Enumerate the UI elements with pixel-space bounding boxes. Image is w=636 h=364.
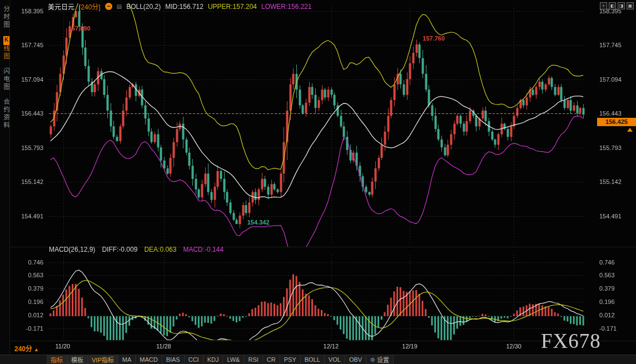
gear-icon: ⚙ [370, 357, 375, 363]
boll-mid-value: MID:156.712 [165, 3, 203, 11]
period-selector[interactable]: 240分▲ [14, 343, 39, 353]
add-panel-icon[interactable]: + [600, 2, 607, 9]
price-marker-icon [627, 128, 633, 132]
price-annotation: 157.760 [423, 35, 445, 42]
window-controls: +◧◨▣ [600, 2, 634, 9]
indicator-button-cci[interactable]: CCI [185, 355, 203, 364]
indicator-button-vol[interactable]: VOL [325, 355, 345, 364]
macd-header: MACD(26,12,9) DIFF:-0.009 DEA:0.063 MACD… [49, 246, 223, 253]
date-axis-label: 12/30 [506, 343, 521, 350]
price-annotation: 157.890 [68, 25, 91, 32]
macd-dea-value: DEA:0.063 [144, 246, 176, 253]
price-axis-label: 155.142 [599, 178, 622, 185]
price-axis-label: 156.443 [599, 110, 622, 117]
sidebar-item-contract-info[interactable]: 合约资料 [2, 98, 11, 129]
symbol-title: 美元日元 [48, 2, 74, 11]
trading-app-window: 分时图 K线图 闪电图 合约资料 美元日元 [240分] − ▤ BOLL(20… [0, 0, 636, 364]
price-axis-label: 155.142 [11, 178, 43, 185]
price-chart-canvas[interactable] [0, 0, 636, 364]
price-axis-label: 155.793 [11, 144, 43, 151]
date-axis-label: 11/20 [56, 343, 71, 350]
price-axis-label: 157.094 [599, 76, 622, 83]
indicator-button-rsi[interactable]: RSI [244, 355, 262, 364]
watermark: FX678 [541, 329, 601, 353]
macd-axis-label: 0.012 [599, 312, 615, 318]
macd-axis-label: 0.012 [11, 312, 43, 318]
indicator-icon: ▤ [117, 3, 122, 9]
price-axis-label: 157.745 [11, 42, 43, 48]
sidebar-item-kline-chart[interactable]: K线图 [2, 36, 11, 61]
layout-grid-icon[interactable]: ▣ [627, 2, 634, 9]
macd-axis-label: 0.196 [11, 298, 43, 305]
macd-diff-value: DIFF:-0.009 [102, 246, 137, 253]
indicator-button-bias[interactable]: BIAS [162, 355, 185, 364]
toolbar-tab-indicators[interactable]: 指标 [47, 355, 67, 364]
layout-right-icon[interactable]: ◨ [618, 2, 625, 9]
date-axis-label: 12/19 [402, 343, 418, 350]
indicator-button-boll[interactable]: BOLL [301, 355, 325, 364]
indicator-button-macd[interactable]: MACD [136, 355, 162, 364]
indicator-button-lw[interactable]: LW& [223, 355, 244, 364]
macd-axis-label: -0.171 [599, 325, 617, 332]
indicator-button-psy[interactable]: PSY [280, 355, 301, 364]
macd-value: MACD:-0.144 [183, 246, 223, 253]
macd-axis-label: 0.379 [11, 285, 43, 292]
sidebar-item-time-chart[interactable]: 分时图 [2, 6, 11, 29]
indicator-button-cr[interactable]: CR [263, 355, 280, 364]
macd-axis-label: 0.746 [11, 259, 43, 266]
macd-axis-label: 0.379 [599, 285, 615, 292]
chart-header: 美元日元 [240分] − ▤ BOLL(20,2) MID:156.712 U… [48, 2, 312, 11]
chart-type-sidebar: 分时图 K线图 闪电图 合约资料 [0, 0, 10, 355]
price-axis-label: 156.443 [11, 110, 43, 117]
date-axis-label: 12/12 [324, 343, 339, 350]
macd-axis-label: 0.563 [11, 272, 43, 278]
collapse-icon[interactable]: − [105, 3, 112, 10]
indicator-button-ma[interactable]: MA [118, 355, 136, 364]
toolbar-tab-templates[interactable]: 模板 [67, 355, 88, 364]
kline-label: 线图 [3, 45, 9, 61]
chevron-up-icon: ▲ [34, 347, 39, 352]
bottom-toolbar: 指标模板VIP指标MAMACDBIASCCIKDJLW&RSICRPSYBOLL… [0, 355, 636, 364]
period-selector-label: 240分 [14, 345, 32, 353]
price-axis-label: 154.491 [11, 213, 43, 220]
sidebar-item-lightning-chart[interactable]: 闪电图 [2, 68, 11, 91]
price-axis-label: 157.745 [599, 42, 622, 48]
macd-label: MACD(26,12,9) [49, 246, 95, 253]
macd-axis-label: 0.563 [599, 272, 615, 278]
price-axis-label: 155.793 [599, 144, 622, 151]
macd-axis-label: 0.196 [599, 298, 615, 305]
price-axis-label: 154.491 [599, 213, 622, 220]
boll-lower-value: LOWER:156.221 [261, 3, 312, 11]
boll-upper-value: UPPER:157.204 [208, 3, 257, 11]
toolbar-tab-vip[interactable]: VIP指标 [88, 355, 118, 364]
settings-button[interactable]: ⚙设置 [366, 355, 394, 364]
indicator-button-obv[interactable]: OBV [345, 355, 366, 364]
boll-label: BOLL(20,2) [126, 3, 161, 11]
last-price-badge: 156.425 [597, 118, 636, 126]
price-axis-label: 158.395 [11, 8, 43, 14]
price-annotation: 154.342 [247, 219, 270, 226]
indicator-button-kdj[interactable]: KDJ [203, 355, 223, 364]
price-axis-label: 157.094 [11, 76, 43, 83]
layout-left-icon[interactable]: ◧ [609, 2, 616, 9]
macd-axis-label: 0.746 [599, 259, 615, 266]
kline-badge: K [3, 36, 9, 45]
macd-axis-label: -0.171 [11, 325, 43, 332]
date-axis-label: 11/28 [156, 343, 171, 350]
period-label[interactable]: [240分] [79, 2, 101, 11]
